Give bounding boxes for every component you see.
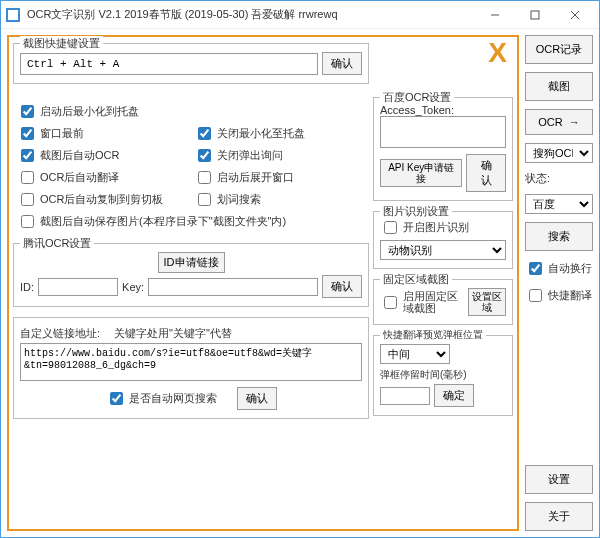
- fixed-region-title: 固定区域截图: [380, 272, 452, 287]
- opt-close-ask[interactable]: 关闭弹出询问: [194, 146, 365, 165]
- opt-auto-save[interactable]: 截图后自动保存图片(本程序目录下"截图文件夹"内): [17, 212, 365, 231]
- opt-min-tray[interactable]: 启动后最小化到托盘: [17, 102, 188, 121]
- svg-rect-2: [531, 11, 539, 19]
- ocr-button[interactable]: OCR →: [525, 109, 593, 135]
- opt-topmost[interactable]: 窗口最前: [17, 124, 188, 143]
- tencent-id-apply-button[interactable]: ID申请链接: [158, 252, 225, 273]
- hotkey-group: 截图快捷键设置 确认: [13, 43, 369, 84]
- imgrec-group-title: 图片识别设置: [380, 204, 452, 219]
- status-label: 状态:: [525, 171, 593, 186]
- opt-auto-copy[interactable]: OCR后自动复制到剪切板: [17, 190, 188, 209]
- about-button[interactable]: 关于: [525, 502, 593, 531]
- imgrec-enable[interactable]: 开启图片识别: [380, 218, 506, 237]
- tencent-key-label: Key:: [122, 281, 144, 293]
- custom-auto-search[interactable]: 是否自动网页搜索: [106, 389, 217, 408]
- hotkey-group-title: 截图快捷键设置: [20, 36, 103, 51]
- screenshot-button[interactable]: 截图: [525, 72, 593, 101]
- baidu-token-input[interactable]: [380, 116, 506, 148]
- preview-confirm-button[interactable]: 确定: [434, 384, 474, 407]
- search-engine-select[interactable]: 百度: [525, 194, 593, 214]
- hotkey-confirm-button[interactable]: 确认: [322, 52, 362, 75]
- imgrec-type-select[interactable]: 动物识别: [380, 240, 506, 260]
- ocr-log-button[interactable]: OCR记录: [525, 35, 593, 64]
- preview-delay-label: 弹框停留时间(毫秒): [380, 368, 506, 382]
- app-icon: [5, 7, 21, 23]
- arrow-right-icon: →: [569, 116, 580, 128]
- baidu-confirm-button[interactable]: 确认: [466, 154, 506, 192]
- custom-confirm-button[interactable]: 确认: [237, 387, 277, 410]
- custom-link-label: 自定义链接地址:: [20, 326, 100, 341]
- panel-close-x[interactable]: X: [488, 39, 507, 67]
- tencent-confirm-button[interactable]: 确认: [322, 275, 362, 298]
- opt-close-min[interactable]: 关闭最小化至托盘: [194, 124, 365, 143]
- fixed-enable[interactable]: 启用固定区域截图: [380, 290, 464, 314]
- settings-button[interactable]: 设置: [525, 465, 593, 494]
- preview-group: 快捷翻译预览弹框位置 中间 弹框停留时间(毫秒) 确定: [373, 335, 513, 416]
- titlebar: OCR文字识别 V2.1 2019春节版 (2019-05-30) 吾爱破解 r…: [1, 1, 599, 29]
- custom-link-hint: 关键字处用"关键字"代替: [114, 326, 232, 341]
- minimize-button[interactable]: [475, 1, 515, 29]
- auto-wrap-checkbox[interactable]: 自动换行: [525, 259, 593, 278]
- opt-auto-ocr[interactable]: 截图后自动OCR: [17, 146, 188, 165]
- opt-expand-start[interactable]: 启动后展开窗口: [194, 168, 365, 187]
- tencent-group: 腾讯OCR设置 ID申请链接 ID: Key: 确认: [13, 243, 369, 307]
- tencent-id-label: ID:: [20, 281, 34, 293]
- fixed-region-group: 固定区域截图 启用固定区域截图 设置区域: [373, 279, 513, 325]
- tencent-group-title: 腾讯OCR设置: [20, 236, 94, 251]
- tencent-key-input[interactable]: [148, 278, 318, 296]
- imgrec-group: 图片识别设置 开启图片识别 动物识别: [373, 211, 513, 269]
- fixed-set-region-button[interactable]: 设置区域: [468, 288, 506, 316]
- custom-link-group: 自定义链接地址: 关键字处用"关键字"代替 https://www.baidu.…: [13, 317, 369, 419]
- preview-group-title: 快捷翻译预览弹框位置: [380, 328, 486, 342]
- baidu-group-title: 百度OCR设置: [380, 90, 454, 105]
- window-title: OCR文字识别 V2.1 2019春节版 (2019-05-30) 吾爱破解 r…: [27, 7, 475, 22]
- baidu-group: 百度OCR设置 Access_Token: API Key申请链接 确认: [373, 97, 513, 201]
- quick-translate-checkbox[interactable]: 快捷翻译: [525, 286, 593, 305]
- baidu-apikey-button[interactable]: API Key申请链接: [380, 159, 462, 187]
- svg-rect-0: [7, 9, 19, 21]
- opt-auto-translate[interactable]: OCR后自动翻译: [17, 168, 188, 187]
- maximize-button[interactable]: [515, 1, 555, 29]
- baidu-token-label: Access_Token:: [380, 104, 506, 116]
- hotkey-input[interactable]: [20, 53, 318, 75]
- tencent-id-input[interactable]: [38, 278, 118, 296]
- search-button[interactable]: 搜索: [525, 222, 593, 251]
- close-button[interactable]: [555, 1, 595, 29]
- custom-link-textarea[interactable]: https://www.baidu.com/s?ie=utf8&oe=utf8&…: [20, 343, 362, 381]
- preview-delay-input[interactable]: [380, 387, 430, 405]
- ocr-engine-select[interactable]: 搜狗OCR: [525, 143, 593, 163]
- preview-pos-select[interactable]: 中间: [380, 344, 450, 364]
- settings-panel: X 截图快捷键设置 确认 启动后最小化到托盘: [7, 35, 519, 531]
- opt-word-search[interactable]: 划词搜索: [194, 190, 365, 209]
- sidebar: OCR记录 截图 OCR → 搜狗OCR 状态: 百度 搜索 自动换行 快捷翻译…: [523, 29, 599, 537]
- options-group: 启动后最小化到托盘 窗口最前 关闭最小化至托盘 截图后自动OCR 关闭弹出询问 …: [13, 94, 369, 233]
- app-window: OCR文字识别 V2.1 2019春节版 (2019-05-30) 吾爱破解 r…: [0, 0, 600, 538]
